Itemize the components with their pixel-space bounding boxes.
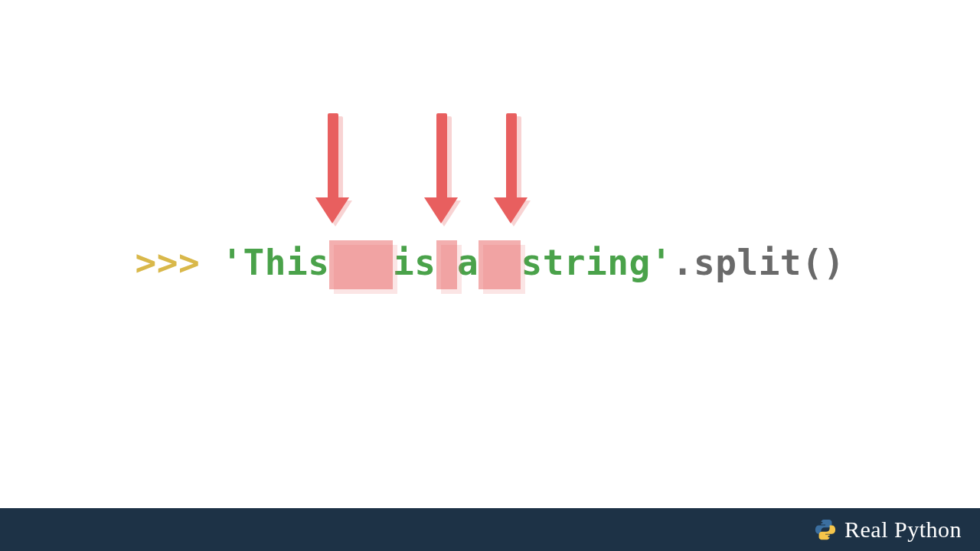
arrow-down-icon: [500, 113, 523, 228]
method-call: .split(): [672, 242, 845, 283]
footer-bar: Real Python: [0, 508, 980, 551]
string-word-1: This: [243, 242, 330, 283]
string-open-quote: ': [221, 242, 243, 283]
string-word-2: is: [393, 242, 436, 283]
arrow-down-icon: [322, 113, 345, 228]
python-logo-icon: [814, 518, 837, 541]
string-gap-1: [329, 245, 393, 280]
arrow-down-icon: [430, 113, 453, 228]
string-gap-2: [436, 245, 458, 280]
string-close-quote: ': [651, 242, 672, 283]
brand-text: Real Python: [844, 517, 962, 543]
repl-prompt: >>>: [136, 242, 222, 283]
string-gap-3: [479, 245, 521, 280]
string-word-4: string: [521, 242, 650, 283]
slide: >>> 'Thisisastring'.split() Real Python: [0, 0, 980, 551]
code-line: >>> 'Thisisastring'.split(): [0, 245, 980, 280]
